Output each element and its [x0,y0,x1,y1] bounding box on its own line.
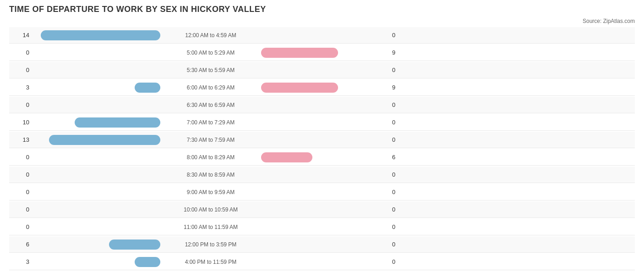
chart-row: 011:00 AM to 11:59 AM0 [9,219,635,235]
chart-row: 08:00 AM to 8:29 AM6 [9,149,635,166]
chart-row: 34:00 PM to 11:59 PM0 [9,254,635,270]
male-value: 0 [9,223,32,230]
male-value: 13 [9,136,32,143]
male-bar-container [32,117,160,128]
time-label: 12:00 PM to 3:59 PM [160,241,261,248]
male-bar [109,240,160,250]
male-value: 0 [9,154,32,161]
chart-row: 06:30 AM to 6:59 AM0 [9,97,635,113]
female-bar [261,152,312,162]
female-value: 9 [389,49,412,56]
time-label: 7:30 AM to 7:59 AM [160,137,261,143]
female-bar [261,48,338,58]
male-value: 10 [9,119,32,126]
chart-row: 05:00 AM to 5:29 AM9 [9,45,635,61]
time-label: 8:30 AM to 8:59 AM [160,172,261,178]
male-value: 0 [9,206,32,213]
female-value: 0 [389,223,412,230]
male-value: 0 [9,189,32,195]
chart-row: 1412:00 AM to 4:59 AM0 [9,27,635,44]
time-label: 11:00 AM to 11:59 AM [160,224,261,230]
female-value: 0 [389,136,412,143]
female-bar-container [261,83,389,93]
male-value: 14 [9,32,32,39]
male-bar-container [32,83,160,93]
chart-row: 09:00 AM to 9:59 AM0 [9,184,635,201]
time-label: 6:00 AM to 6:29 AM [160,84,261,91]
time-label: 10:00 AM to 10:59 AM [160,206,261,213]
male-value: 0 [9,171,32,178]
female-bar-container [261,152,389,162]
time-label: 4:00 PM to 11:59 PM [160,259,261,265]
male-bar [41,30,160,40]
chart-row: 05:30 AM to 5:59 AM0 [9,62,635,78]
chart-row: 612:00 PM to 3:59 PM0 [9,236,635,253]
female-value: 0 [389,119,412,126]
time-label: 9:00 AM to 9:59 AM [160,189,261,195]
male-value: 3 [9,84,32,91]
female-value: 0 [389,32,412,39]
female-bar [261,83,338,93]
female-value: 0 [389,206,412,213]
male-value: 0 [9,67,32,73]
male-value: 6 [9,241,32,248]
time-label: 5:00 AM to 5:29 AM [160,50,261,56]
female-value: 0 [389,171,412,178]
male-value: 0 [9,101,32,108]
chart-row: 36:00 AM to 6:29 AM9 [9,79,635,96]
time-label: 7:00 AM to 7:29 AM [160,119,261,126]
male-bar-container [32,257,160,267]
chart-area: 1412:00 AM to 4:59 AM005:00 AM to 5:29 A… [9,27,635,270]
time-label: 6:30 AM to 6:59 AM [160,102,261,108]
chart-row: 010:00 AM to 10:59 AM0 [9,201,635,218]
male-bar-container [32,30,160,40]
chart-row: 107:00 AM to 7:29 AM0 [9,114,635,131]
male-bar-container [32,240,160,250]
source-label: Source: ZipAtlas.com [9,18,635,24]
chart-row: 137:30 AM to 7:59 AM0 [9,132,635,148]
female-value: 0 [389,189,412,195]
female-value: 9 [389,84,412,91]
male-value: 0 [9,49,32,56]
female-value: 0 [389,241,412,248]
male-bar [135,83,160,93]
chart-title: TIME OF DEPARTURE TO WORK BY SEX IN HICK… [9,5,635,14]
female-bar-container [261,48,389,58]
time-label: 5:30 AM to 5:59 AM [160,67,261,73]
chart-row: 08:30 AM to 8:59 AM0 [9,167,635,183]
female-value: 0 [389,67,412,73]
time-label: 8:00 AM to 8:29 AM [160,154,261,161]
female-value: 0 [389,258,412,265]
male-bar [75,117,160,128]
male-bar-container [32,135,160,145]
time-label: 12:00 AM to 4:59 AM [160,32,261,39]
male-value: 3 [9,258,32,265]
male-bar [49,135,160,145]
female-value: 6 [389,154,412,161]
male-bar [135,257,160,267]
female-value: 0 [389,101,412,108]
